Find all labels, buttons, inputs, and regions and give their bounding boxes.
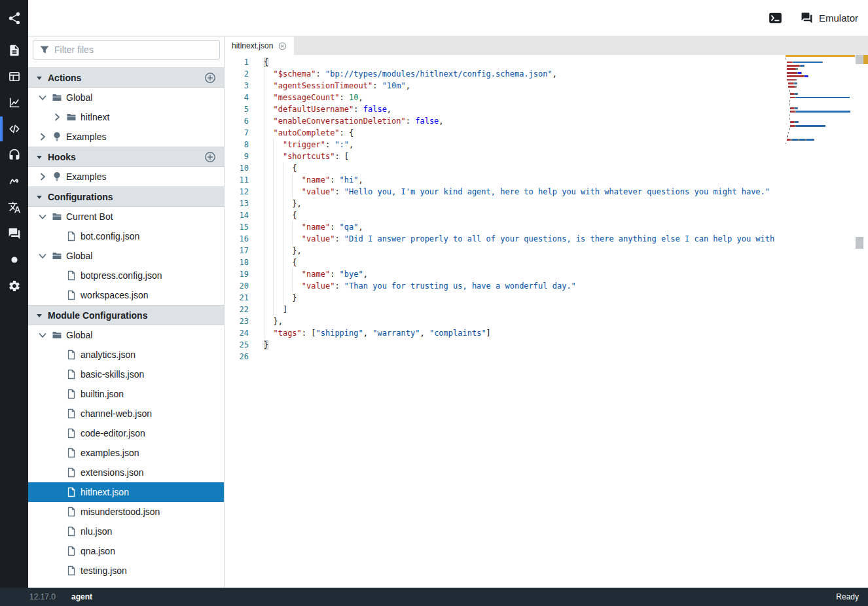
tree-row-hitlnext-json[interactable]: hitlnext.json [28,482,224,502]
tree-row-label: Global [66,92,92,103]
app-window: Emulator ActionsGlobalhitlnextExamples [0,0,868,606]
gear-icon[interactable] [0,273,28,299]
code-line-content: }, [264,245,302,257]
file-tree-panel: ActionsGlobalhitlnextExamplesHooksExampl… [28,37,225,588]
add-button[interactable] [204,151,216,163]
line-number: 2 [225,68,249,80]
tree-row-current-bot[interactable]: Current Bot [28,207,224,226]
tree-row-nlu-json[interactable]: nlu.json [28,522,224,541]
tree-row-label: analytics.json [81,349,136,360]
code-line: 3 "agentSessionTimeout": "10m", [225,80,776,92]
tab-hitlnext-json[interactable]: hitlnext.json [225,37,294,55]
tree-row-misunderstood-json[interactable]: misunderstood.json [28,502,224,522]
share-icon[interactable] [0,5,28,31]
tree-row-global[interactable]: Global [28,88,224,107]
editor-pane: hitlnext.json 1{2 "$schema": "bp://types… [225,37,868,588]
line-number: 3 [225,80,249,92]
chevron-down-icon[interactable] [37,211,52,222]
code-line: 16 "value": "Did I answer properly to al… [225,233,776,245]
section-header-module-configurations[interactable]: Module Configurations [28,305,224,325]
tree-row-builtin-json[interactable]: builtin.json [28,384,224,404]
document-icon[interactable] [0,37,28,63]
chat-icon[interactable] [0,221,28,247]
tree-row-global[interactable]: Global [28,325,224,345]
tree-row-workspaces-json[interactable]: workspaces.json [28,285,224,305]
chevron-right-icon[interactable] [52,112,66,122]
file-icon [66,389,81,399]
code-line: 17 }, [225,245,776,257]
tab-close-icon[interactable] [278,42,287,50]
tree-row-label: extensions.json [81,467,144,478]
minimap[interactable] [786,55,855,149]
scrollbar-thumb-secondary[interactable] [856,237,863,249]
section-header-configurations[interactable]: Configurations [28,187,224,207]
folder-icon [52,92,66,103]
line-number: 4 [225,92,249,103]
terminal-button[interactable] [769,12,782,24]
file-icon [66,231,81,241]
tree-row-testing-json[interactable]: testing.json [28,561,224,580]
code-line-content: } [264,292,297,304]
tree-row-hitlnext[interactable]: hitlnext [28,107,224,127]
code-line: 22 ] [225,304,776,315]
lightbulb-icon [52,132,66,142]
emulator-label: Emulator [819,12,858,24]
code-line-content: "enableConversationDeletion": false, [264,115,444,127]
line-number: 13 [225,198,249,209]
tree-row-botpress-config-json[interactable]: botpress.config.json [28,266,224,285]
dot-icon[interactable] [0,247,28,273]
section-header-hooks[interactable]: Hooks [28,147,224,167]
code-line: 10 { [225,162,776,174]
line-number: 20 [225,280,249,292]
code-line-content: "$schema": "bp://types/modules/hitlnext/… [264,68,557,80]
code-line: 9 "shortcuts": [ [225,151,776,162]
version-label: 12.17.0 [29,592,56,601]
code-line-content: }, [264,315,283,327]
chart-icon[interactable] [0,90,28,116]
emulator-button[interactable]: Emulator [801,12,858,24]
chevron-right-icon[interactable] [37,132,52,142]
tree-row-extensions-json[interactable]: extensions.json [28,463,224,482]
code-line-content: "messageCount": 10, [264,92,363,103]
tree-row-label: hitlnext [81,112,109,122]
activity-bar [0,0,28,588]
tree-row-global[interactable]: Global [28,246,224,266]
tree-row-examples-json[interactable]: examples.json [28,443,224,463]
filter-files-input[interactable] [33,40,220,60]
tree-row-channel-web-json[interactable]: channel-web.json [28,404,224,423]
chevron-right-icon[interactable] [37,171,52,182]
section-header-actions[interactable]: Actions [28,67,224,88]
chevron-down-icon[interactable] [37,330,52,340]
tree-row-label: builtin.json [81,389,124,399]
headset-icon[interactable] [0,142,28,168]
tree-row-bot-config-json[interactable]: bot.config.json [28,226,224,246]
code-line: 19 "name": "bye", [225,268,776,280]
code-line-content: { [264,209,297,221]
translate-icon[interactable] [0,194,28,221]
tree-row-label: Global [66,251,92,261]
tree-row-analytics-json[interactable]: analytics.json [28,345,224,365]
chevron-down-icon[interactable] [37,92,52,103]
file-icon [66,526,81,537]
caret-down-icon [36,154,43,160]
line-number: 26 [225,351,249,363]
tree-row-examples[interactable]: Examples [28,167,224,187]
top-header: Emulator [28,0,868,37]
tree-row-basic-skills-json[interactable]: basic-skills.json [28,365,224,384]
code-editor[interactable]: 1{2 "$schema": "bp://types/modules/hitln… [225,56,776,363]
tree-row-qna-json[interactable]: qna.json [28,541,224,561]
overview-ruler [855,55,868,588]
code-line-content: "value": "Hello you, I'm your kind agent… [264,186,770,198]
line-number: 9 [225,151,249,162]
chevron-down-icon[interactable] [37,251,52,261]
scribble-icon[interactable] [0,168,28,194]
tree-row-code-editor-json[interactable]: code-editor.json [28,423,224,443]
add-button[interactable] [204,72,216,84]
scrollbar-thumb[interactable] [856,55,863,64]
tree-row-examples[interactable]: Examples [28,127,224,147]
line-number: 6 [225,115,249,127]
code-icon[interactable] [0,116,28,142]
layout-icon[interactable] [0,63,28,90]
tab-label: hitlnext.json [232,41,273,50]
status-bar: 12.17.0 agent Ready [0,588,868,606]
